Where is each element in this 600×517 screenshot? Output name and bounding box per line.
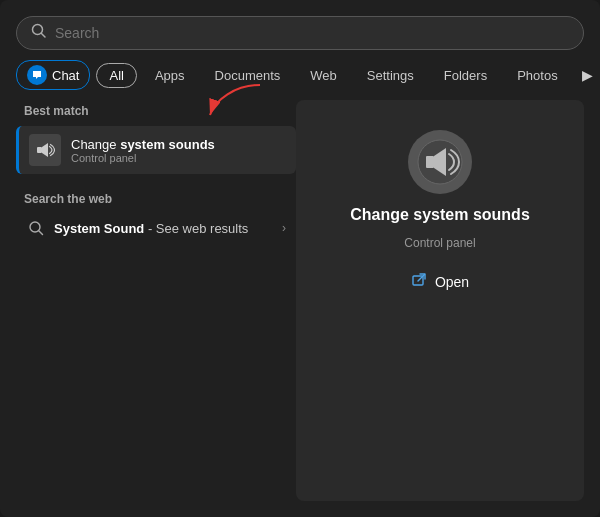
web-result-text: System Sound - See web results [54,221,274,236]
web-section: Search the web System Sound - See web re… [16,188,296,246]
main-content: Best match Change system sounds Cont [16,100,584,501]
open-icon [411,272,427,291]
svg-rect-8 [426,156,434,168]
chevron-right-icon: › [282,221,286,235]
tab-all[interactable]: All [96,63,136,88]
svg-marker-3 [42,143,48,157]
tab-web[interactable]: Web [298,64,349,87]
tab-apps[interactable]: Apps [143,64,197,87]
result-title-prefix: Change [71,137,120,152]
app-icon-large [408,130,472,194]
result-subtitle: Control panel [71,152,215,164]
tab-photos[interactable]: Photos [505,64,569,87]
left-panel: Best match Change system sounds Cont [16,100,296,501]
svg-line-5 [39,231,43,235]
svg-point-4 [30,222,40,232]
search-icon [31,23,47,43]
best-match-item[interactable]: Change system sounds Control panel [16,126,296,174]
tab-chat-label: Chat [52,68,79,83]
detail-app-category: Control panel [404,236,475,250]
filter-tabs: Chat All Apps Documents Web Settings Fol… [16,60,584,90]
result-title-bold: system sounds [120,137,215,152]
play-button[interactable]: ▶ [582,67,593,83]
detail-app-name: Change system sounds [350,206,530,224]
result-icon [29,134,61,166]
search-bar[interactable]: System Sound [16,16,584,50]
tab-folders[interactable]: Folders [432,64,499,87]
tab-chat[interactable]: Chat [16,60,90,90]
result-text: Change system sounds Control panel [71,137,215,164]
result-title: Change system sounds [71,137,215,152]
svg-rect-2 [37,147,42,153]
chat-icon [27,65,47,85]
open-action[interactable]: Open [399,266,481,297]
svg-line-1 [42,34,46,38]
right-panel: Change system sounds Control panel Open [296,100,584,501]
tab-settings[interactable]: Settings [355,64,426,87]
best-match-label: Best match [16,100,296,122]
web-suffix: - See web results [144,221,248,236]
web-query: System Sound [54,221,144,236]
open-label: Open [435,274,469,290]
search-window: System Sound Chat All Apps Documents Web… [0,0,600,517]
web-search-icon [26,218,46,238]
web-result-item[interactable]: System Sound - See web results › [16,210,296,246]
web-search-label: Search the web [16,188,296,210]
search-input[interactable]: System Sound [55,25,569,41]
tab-documents[interactable]: Documents [203,64,293,87]
